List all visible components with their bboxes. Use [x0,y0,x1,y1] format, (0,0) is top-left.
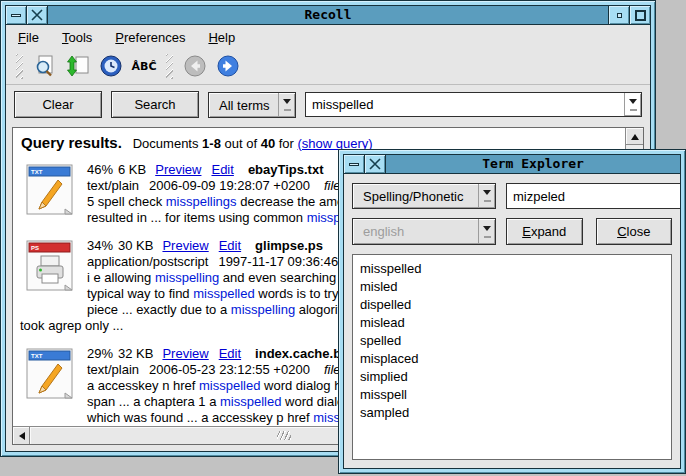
file-date: 2006-05-23 23:12:55 +0200 [149,362,310,377]
toolbar-handle-2[interactable] [166,54,173,79]
minimize-icon [11,14,21,17]
maximize-button[interactable] [629,6,650,24]
toolbar-handle[interactable] [16,54,23,79]
triangle-up-icon [631,130,639,140]
relevance-score: 46% [87,162,113,177]
term-list: misspelledmisleddispelledmisleadspelledm… [352,254,672,460]
slider-grip-icon [277,431,291,440]
close-button[interactable] [27,6,48,24]
term-list-item[interactable]: misspelled [353,260,671,278]
preview-link[interactable]: Preview [162,238,208,253]
file-date: 2006-09-09 19:28:07 +0200 [149,178,310,193]
query-combo [305,92,642,117]
txt-file-icon: TXT [25,348,75,426]
term-list-item[interactable]: misplaced [353,350,671,368]
scroll-left-button[interactable] [13,427,30,444]
menubar: File Tools Preferences Help [6,25,650,49]
minimize-icon [349,163,359,166]
term-explorer-window: Term Explorer Spelling/Phonetic english … [338,149,686,474]
spell-icon-label: ÅBĈ [132,60,157,73]
recoll-titlebar[interactable]: Recoll [6,6,650,25]
preview-doc-icon[interactable] [32,53,58,79]
mime-type: text/plain [87,178,139,193]
svg-text:PS: PS [31,245,39,251]
chevron-down-icon [483,226,491,235]
term-list-item[interactable]: sampled [353,404,671,422]
forward-icon[interactable] [215,53,241,79]
chevron-down-icon [629,99,637,108]
term-list-item[interactable]: misled [353,278,671,296]
iconify-icon [617,13,622,18]
preview-link[interactable]: Preview [155,162,201,177]
triangle-left-icon [15,432,25,440]
term-input[interactable] [506,183,681,209]
term-list-item[interactable]: dispelled [353,296,671,314]
back-icon[interactable] [182,53,208,79]
term-list-item[interactable]: misspell [353,386,671,404]
mime-type: application/postscript [87,254,208,269]
term-list-item[interactable]: spelled [353,332,671,350]
menu-preferences[interactable]: Preferences [113,29,187,46]
ps-file-icon: PS [25,240,75,318]
svg-text:TXT: TXT [31,169,43,175]
relevance-score: 34% [87,238,113,253]
result-filename: glimpse.ps [255,238,323,253]
search-bar: Clear Search All terms [6,85,650,125]
sort-docs-icon[interactable] [65,53,91,79]
svg-text:TXT: TXT [31,353,43,359]
match-mode-value: All terms [209,93,278,117]
file-size: 30 KB [118,238,153,253]
query-input[interactable] [306,93,624,116]
expansion-mode-combo[interactable]: Spelling/Phonetic [352,183,496,209]
language-combo[interactable]: english [352,218,496,245]
preview-link[interactable]: Preview [162,346,208,361]
scroll-up-button[interactable] [626,128,643,145]
menu-file[interactable]: File [16,29,41,46]
toolbar: ÅBĈ [6,49,650,85]
edit-link[interactable]: Edit [211,162,233,177]
results-title: Query results. [21,134,122,151]
query-history-button[interactable] [624,93,641,116]
txt-file-icon: TXT [25,164,75,226]
term-explorer-titlebar[interactable]: Term Explorer [344,155,680,174]
file-size: 6 KB [118,162,146,177]
expand-button[interactable]: Expand [506,218,583,245]
clear-button[interactable]: Clear [14,91,102,118]
match-mode-combo[interactable]: All terms [208,92,296,118]
edit-link[interactable]: Edit [219,346,241,361]
language-value: english [353,219,478,244]
dialog-minimize-button[interactable] [344,155,365,173]
chevron-down-icon [283,99,291,108]
window-title: Recoll [48,6,608,24]
term-explorer-icon[interactable]: ÅBĈ [131,53,157,79]
term-list-item[interactable]: simplied [353,368,671,386]
expansion-mode-value: Spelling/Phonetic [353,184,478,208]
mime-type: text/plain [87,362,139,377]
close-icon [369,158,381,170]
close-dialog-button[interactable]: Close [596,218,673,245]
close-icon [31,9,43,21]
iconify-button[interactable] [608,6,629,24]
chevron-down-icon [483,190,491,199]
search-button[interactable]: Search [111,91,199,118]
menu-tools[interactable]: Tools [60,29,94,46]
edit-link[interactable]: Edit [219,238,241,253]
term-list-item[interactable]: mislead [353,314,671,332]
results-range: 1-8 [202,136,221,151]
results-total: 40 [261,136,275,151]
result-filename: ebayTips.txt [248,162,324,177]
dialog-title: Term Explorer [386,155,680,173]
sort-by-date-icon[interactable] [98,53,124,79]
relevance-score: 29% [87,346,113,361]
maximize-icon [635,10,646,21]
file-size: 32 KB [118,346,153,361]
minimize-button[interactable] [6,6,27,24]
menu-help[interactable]: Help [206,29,237,46]
dialog-close-button[interactable] [365,155,386,173]
